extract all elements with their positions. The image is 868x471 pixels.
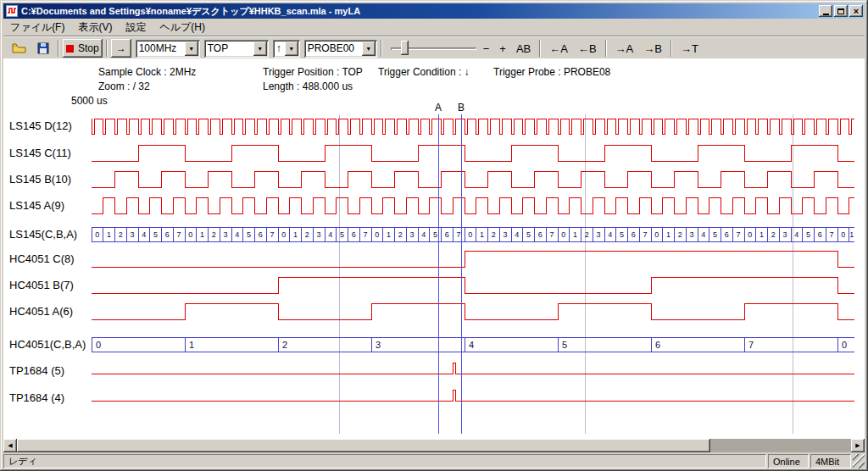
app-window: C:¥Documents and Settings¥noname¥デスクトップ¥… xyxy=(0,0,868,471)
waveform-area[interactable]: Sample Clock : 2MHz Trigger Position : T… xyxy=(3,58,865,439)
status-online: Online xyxy=(768,454,809,468)
bus-value: 4 xyxy=(469,340,474,350)
run-button[interactable]: → xyxy=(111,39,131,58)
open-folder-icon xyxy=(12,42,27,54)
bus-value: 1 xyxy=(293,230,298,239)
menu-view[interactable]: 表示(V) xyxy=(71,19,119,36)
scroll-right-icon: ▶ xyxy=(855,442,860,449)
bus-value: 2 xyxy=(771,230,776,239)
bus-value: 4 xyxy=(235,230,239,239)
minimize-button[interactable] xyxy=(819,5,832,17)
bus-value: 6 xyxy=(818,230,822,239)
save-file-button[interactable] xyxy=(32,40,54,57)
close-button[interactable]: × xyxy=(849,5,863,17)
title-bar[interactable]: C:¥Documents and Settings¥noname¥デスクトップ¥… xyxy=(3,3,865,19)
scrollbar-thumb[interactable] xyxy=(17,439,710,452)
bus-value: 1 xyxy=(849,230,854,239)
bus-value: 3 xyxy=(410,230,415,239)
bus-value: 1 xyxy=(387,230,391,239)
bus-value: 6 xyxy=(725,230,729,239)
waveform-3 xyxy=(92,197,854,213)
cursor-a-label: A xyxy=(435,102,442,114)
menu-file[interactable]: ファイル(F) xyxy=(3,19,71,36)
bus-value: 6 xyxy=(352,230,356,239)
status-ready: レディ xyxy=(3,454,766,468)
app-icon xyxy=(6,5,18,17)
dropdown-arrow-icon[interactable]: ▼ xyxy=(253,42,267,56)
goto-cursor-b-left-button[interactable]: ←B xyxy=(573,40,602,57)
toolbar-separator xyxy=(605,40,607,57)
sample-clock-select[interactable]: 100MHz ▼ xyxy=(136,40,200,58)
menu-settings[interactable]: 設定 xyxy=(119,19,153,36)
cursor-b-label: B xyxy=(458,102,465,114)
bus-value: 7 xyxy=(457,230,461,239)
zoom-slider[interactable] xyxy=(389,39,478,58)
bus-value: 7 xyxy=(550,230,554,239)
bus-value: 4 xyxy=(701,230,705,239)
bus-value: 5 xyxy=(620,230,624,239)
bus-value: 5 xyxy=(806,230,810,239)
dropdown-arrow-icon[interactable]: ▼ xyxy=(185,42,198,56)
goto-cursor-b-right-button[interactable]: →B xyxy=(638,40,667,57)
stop-button[interactable]: Stop xyxy=(63,39,103,58)
bus-value: 4 xyxy=(328,230,332,239)
bus-value: 2 xyxy=(282,340,287,350)
bus-value: 3 xyxy=(783,230,787,239)
menu-toolbar-divider xyxy=(3,36,865,37)
status-memory: 4MBit xyxy=(810,454,851,468)
stop-square-icon xyxy=(66,45,74,53)
goto-trigger-button[interactable]: →T xyxy=(676,40,704,57)
goto-cursor-a-right-button[interactable]: →A xyxy=(610,40,639,57)
trigger-position-select[interactable]: TOP ▼ xyxy=(204,40,269,58)
trigger-position-value: TOP xyxy=(208,42,250,54)
bus-value: 0 xyxy=(96,340,101,350)
window-title: C:¥Documents and Settings¥noname¥デスクトップ¥… xyxy=(21,5,817,18)
dropdown-arrow-icon[interactable]: ▼ xyxy=(362,42,376,56)
resize-grip[interactable] xyxy=(853,454,865,468)
scroll-left-icon: ◀ xyxy=(8,442,12,449)
bus-value: 5 xyxy=(713,230,717,239)
bus-value: 6 xyxy=(632,230,636,239)
bus-value: 3 xyxy=(690,230,694,239)
bus-value: 2 xyxy=(305,230,309,239)
bus-value: 5 xyxy=(247,230,251,239)
bus-value: 4 xyxy=(421,230,426,239)
bus-value: 0 xyxy=(841,230,845,239)
bus-value: 7 xyxy=(737,230,741,239)
ab-range-button[interactable]: AB xyxy=(511,40,536,57)
scroll-left-button[interactable]: ◀ xyxy=(3,439,17,452)
dropdown-arrow-icon[interactable]: ▼ xyxy=(285,42,298,56)
open-file-button[interactable] xyxy=(7,40,32,57)
maximize-icon xyxy=(837,8,844,14)
trigger-probe-select[interactable]: PROBE00 ▼ xyxy=(304,40,377,58)
bus-value: 0 xyxy=(375,230,379,239)
scroll-right-button[interactable]: ▶ xyxy=(851,439,865,452)
bus-value: 5 xyxy=(433,230,437,239)
close-icon: × xyxy=(854,7,859,16)
bus-value: 2 xyxy=(119,230,123,239)
zoom-out-button[interactable]: − xyxy=(478,40,495,57)
bus-value: 3 xyxy=(224,230,228,239)
bus-value: 1 xyxy=(666,230,670,239)
bus-value: 6 xyxy=(165,230,170,239)
trigger-probe-value: PROBE00 xyxy=(308,42,359,54)
menu-help[interactable]: ヘルプ(H) xyxy=(153,19,212,36)
goto-cursor-a-left-button[interactable]: ←A xyxy=(544,40,573,57)
zoom-in-button[interactable]: + xyxy=(494,40,511,57)
bus-value: 3 xyxy=(131,230,135,239)
bus-value: 0 xyxy=(842,340,847,350)
bus-value: 5 xyxy=(153,230,158,239)
horizontal-scrollbar[interactable]: ◀ ▶ xyxy=(3,439,865,452)
maximize-button[interactable] xyxy=(834,5,848,17)
toolbar-separator xyxy=(106,40,108,57)
bus-value: 7 xyxy=(748,340,754,350)
zoom-slider-thumb[interactable] xyxy=(401,41,409,55)
minimize-icon xyxy=(823,14,829,15)
bus-value: 1 xyxy=(760,230,764,239)
waveform-0 xyxy=(92,119,854,134)
save-floppy-icon xyxy=(37,42,49,54)
trigger-edge-select[interactable]: ↑ ▼ xyxy=(273,40,300,58)
bus-value: 2 xyxy=(678,230,682,239)
bus-value: 0 xyxy=(561,230,565,239)
bus-value: 0 xyxy=(188,230,192,239)
